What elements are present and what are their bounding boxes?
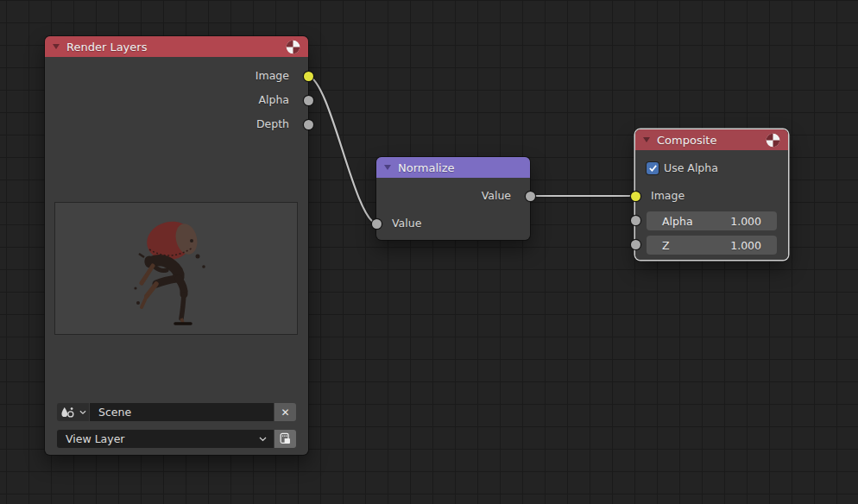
- use-alpha-checkbox[interactable]: [647, 162, 659, 174]
- scene-browse-button[interactable]: [57, 403, 89, 421]
- scene-selector-row: Scene ✕: [57, 403, 296, 421]
- output-label-value: Value: [482, 189, 511, 202]
- link-image-to-normalize-outline: [308, 76, 375, 224]
- render-layers-header[interactable]: Render Layers: [45, 36, 308, 57]
- collapse-triangle-icon[interactable]: [384, 165, 391, 170]
- alpha-value-slider[interactable]: Alpha 1.000: [647, 211, 777, 230]
- node-title: Composite: [657, 134, 759, 147]
- scene-name-field[interactable]: Scene: [90, 403, 274, 421]
- z-value-slider[interactable]: Z 1.000: [647, 236, 777, 255]
- node-editor-canvas[interactable]: Render Layers Image Alpha Depth: [0, 0, 858, 504]
- socket-input-z[interactable]: [631, 240, 640, 249]
- slider-label: Alpha: [662, 215, 693, 228]
- link-image-to-normalize: [308, 76, 375, 224]
- socket-input-value[interactable]: [372, 219, 382, 229]
- new-view-layer-button[interactable]: [274, 430, 296, 448]
- view-layer-value: View Layer: [66, 432, 125, 445]
- node-title: Render Layers: [66, 41, 279, 54]
- output-label-image: Image: [256, 69, 289, 82]
- socket-input-alpha[interactable]: [631, 216, 640, 225]
- composite-node[interactable]: Composite Use Alpha Image Alpha 1.000 Z: [635, 129, 788, 260]
- output-label-depth: Depth: [256, 117, 289, 130]
- view-layer-row: View Layer: [57, 430, 296, 448]
- normalize-node[interactable]: Normalize Value Value: [376, 157, 530, 240]
- socket-output-image[interactable]: [304, 72, 313, 81]
- socket-output-alpha[interactable]: [304, 96, 313, 105]
- socket-input-image[interactable]: [631, 192, 640, 201]
- material-preview-sphere-icon[interactable]: [766, 133, 780, 148]
- socket-output-depth[interactable]: [304, 120, 313, 129]
- scene-clear-button[interactable]: ✕: [274, 403, 296, 421]
- render-layers-node[interactable]: Render Layers Image Alpha Depth: [45, 36, 308, 455]
- close-icon: ✕: [281, 406, 289, 419]
- input-label-image: Image: [651, 189, 685, 202]
- view-layer-icon: [279, 432, 292, 445]
- collapse-triangle-icon[interactable]: [643, 137, 650, 142]
- slider-label: Z: [662, 239, 670, 252]
- composite-header[interactable]: Composite: [635, 129, 788, 150]
- use-alpha-label: Use Alpha: [664, 161, 718, 174]
- view-layer-dropdown[interactable]: View Layer: [57, 430, 274, 448]
- material-preview-sphere-icon[interactable]: [286, 40, 300, 54]
- slider-value: 1.000: [730, 239, 761, 252]
- slider-value: 1.000: [730, 215, 761, 228]
- output-label-alpha: Alpha: [258, 93, 289, 106]
- check-icon: [648, 164, 658, 173]
- preview-sprite: [55, 203, 297, 334]
- normalize-header[interactable]: Normalize: [376, 157, 530, 178]
- socket-output-value[interactable]: [526, 192, 535, 201]
- chevron-down-icon: [259, 437, 267, 442]
- scene-icon: [60, 406, 78, 419]
- scene-name-value: Scene: [98, 406, 131, 419]
- render-preview-image: [54, 202, 298, 335]
- chevron-down-icon: [79, 410, 86, 415]
- collapse-triangle-icon[interactable]: [53, 44, 60, 49]
- node-title: Normalize: [398, 161, 522, 174]
- input-label-value: Value: [392, 217, 421, 230]
